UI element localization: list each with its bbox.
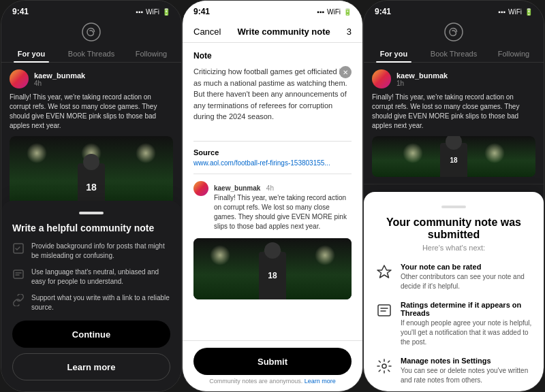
svg-point-4 [445, 23, 463, 41]
time-right: 9:41 [375, 7, 391, 16]
post-username-left: kaew_bunmak [34, 71, 85, 80]
threads-logo-right [444, 22, 463, 42]
post-header-right: kaew_bunmak 1h [372, 69, 535, 88]
post-time-left: 4h [34, 80, 85, 87]
signal-icons-left: ▪▪▪ WiFi 🔋 [136, 8, 170, 16]
light-m-1 [210, 245, 230, 265]
link-icon [12, 294, 25, 306]
light-m-3 [315, 245, 335, 265]
football-scene-right: 18 [372, 136, 535, 177]
tab-following-right[interactable]: Following [484, 46, 544, 62]
benefit-content-3: Manage notes in Settings You can see or … [401, 357, 533, 385]
submit-button[interactable]: Submit [193, 348, 352, 375]
modal-header: Cancel Write community note 3 [183, 20, 362, 43]
signal-icons-right: ▪▪▪ WiFi 🔋 [498, 8, 533, 16]
avatar-left [10, 69, 29, 88]
app-header-right: For you Book Threads Following [364, 20, 544, 63]
sheet-handle-right [441, 206, 466, 208]
modal-count: 3 [347, 27, 352, 37]
football-scene-left: 18 [10, 136, 173, 211]
tab-book-threads-right[interactable]: Book Threads [424, 46, 484, 62]
learn-more-button-left[interactable]: Learn more [12, 353, 170, 380]
light-r-2 [484, 143, 505, 163]
light-left-3 [136, 143, 156, 163]
guide-text-1: Provide background info for posts that m… [31, 242, 170, 261]
anon-note: Community notes are anonymous. Learn mor… [193, 378, 352, 385]
learn-more-link[interactable]: Learn more [305, 378, 336, 385]
time-middle: 9:41 [193, 7, 210, 16]
preview-text: Finally! This year, we're taking record … [214, 193, 352, 231]
modal-footer: Submit Community notes are anonymous. Le… [183, 340, 362, 391]
benefit-item-1: Your note can be rated Other contributor… [375, 263, 533, 291]
tab-book-threads-left[interactable]: Book Threads [61, 46, 121, 62]
sheet-title-left: Write a helpful community note [12, 223, 170, 233]
divider-1 [193, 141, 352, 142]
right-phone: 9:41 ▪▪▪ WiFi 🔋 For you Book Threads Fol… [363, 0, 544, 392]
wifi-icon: WiFi [146, 8, 159, 16]
post-preview: kaew_bunmak 4h Finally! This year, we're… [193, 181, 352, 231]
tab-following-left[interactable]: Following [121, 46, 181, 62]
svg-point-7 [382, 364, 386, 368]
football-scene-middle: 18 [193, 238, 352, 299]
status-bar-middle: 9:41 ▪▪▪ WiFi 🔋 [183, 1, 362, 20]
post-meta-left: kaew_bunmak 4h [34, 71, 85, 87]
jersey-number-right: 18 [450, 157, 457, 164]
signal-icon-r: ▪▪▪ [498, 8, 505, 16]
preview-avatar [193, 181, 208, 196]
left-phone: 9:41 ▪▪▪ WiFi 🔋 For you Book Threads Fol… [1, 0, 182, 392]
svg-rect-6 [378, 305, 390, 316]
signal-icons-middle: ▪▪▪ WiFi 🔋 [317, 8, 352, 16]
benefit-title-2: Ratings determine if it appears on Threa… [401, 301, 533, 317]
wifi-icon-m: WiFi [327, 8, 341, 16]
avatar-right [372, 69, 391, 88]
post-username-right: kaew_bunmak [396, 71, 448, 80]
note-text-wrapper: Criticizing how football games get offic… [193, 66, 352, 134]
jersey-number-middle: 18 [268, 271, 277, 280]
post-image-middle: 18 [193, 238, 352, 299]
sheet-handle-left [79, 212, 104, 214]
list-icon [375, 301, 394, 320]
submitted-subtitle: Here's what's next: [375, 244, 533, 252]
tab-for-you-right[interactable]: For you [364, 46, 424, 62]
guide-item-2: Use language that's neutral, unbiased an… [12, 267, 170, 287]
wifi-icon-r: WiFi [508, 8, 522, 16]
continue-button[interactable]: Continue [12, 321, 170, 348]
svg-point-1 [93, 32, 94, 33]
guide-text-2: Use language that's neutral, unbiased an… [31, 267, 170, 287]
note-section-title: Note [193, 51, 352, 61]
benefit-content-1: Your note can be rated Other contributor… [401, 263, 533, 291]
status-bar-left: 9:41 ▪▪▪ WiFi 🔋 [1, 1, 181, 20]
cancel-button[interactable]: Cancel [193, 27, 221, 37]
post-text-left: Finally! This year, we're taking record … [10, 93, 173, 131]
post-meta-right: kaew_bunmak 1h [396, 71, 448, 87]
guide-item-3: Support what you write with a link to a … [12, 293, 170, 312]
post-image-right: 18 [372, 136, 535, 177]
signal-icon: ▪▪▪ [136, 8, 143, 16]
svg-rect-3 [14, 270, 23, 278]
edit-icon-1 [12, 242, 25, 255]
post-time-right: 1h [396, 80, 448, 87]
app-header-left: For you Book Threads Following [1, 20, 181, 63]
tab-for-you-left[interactable]: For you [1, 46, 61, 62]
source-url[interactable]: www.aol.com/football-ref-firings-1538031… [193, 159, 352, 167]
middle-phone: 9:41 ▪▪▪ WiFi 🔋 Cancel Write community n… [182, 0, 363, 392]
divider-2 [193, 174, 352, 174]
submitted-sheet: Your community note was submitted Here's… [364, 192, 544, 391]
post-text-right: Finally! This year, we're taking record … [372, 93, 535, 131]
bottom-sheet-left: Write a helpful community note Provide b… [1, 201, 181, 391]
anon-text: Community notes are anonymous. [209, 378, 302, 385]
preview-time: 4h [266, 184, 274, 192]
benefit-item-2: Ratings determine if it appears on Threa… [375, 301, 533, 347]
star-icon [375, 263, 394, 282]
clear-button[interactable]: ✕ [339, 66, 352, 78]
tabs-left: For you Book Threads Following [1, 46, 181, 63]
battery-icon-m: 🔋 [343, 8, 352, 16]
preview-header: kaew_bunmak 4h [214, 181, 352, 193]
jersey-number-left: 18 [86, 182, 97, 193]
tabs-right: For you Book Threads Following [364, 46, 544, 63]
guide-text-3: Support what you write with a link to a … [31, 293, 170, 312]
note-text-container: Criticizing how football games get offic… [193, 66, 352, 134]
note-text[interactable]: Criticizing how football games get offic… [193, 66, 352, 134]
benefit-desc-1: Other contributors can see your note and… [401, 272, 533, 291]
modal-title: Write community note [237, 27, 330, 37]
